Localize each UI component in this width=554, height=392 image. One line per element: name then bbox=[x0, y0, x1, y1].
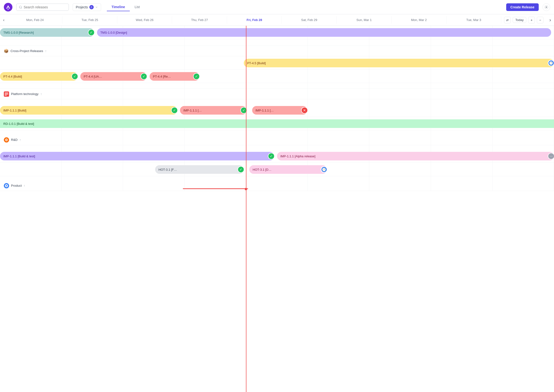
gap-row-4 bbox=[0, 130, 554, 135]
date-cell: Tue, Feb 25 bbox=[62, 16, 117, 24]
bar-label: PT-4.4 [UA… bbox=[84, 75, 102, 78]
bar-label: IMP-1.1.1 [… bbox=[183, 109, 202, 112]
section-platform: Platform technology ↑ bbox=[0, 89, 554, 99]
tab-timeline[interactable]: Timeline bbox=[107, 3, 130, 11]
bar-hot31-f[interactable]: HOT-3.1 [F… ✓ bbox=[155, 165, 244, 174]
projects-label: Projects bbox=[76, 5, 88, 9]
date-cells: Mon, Feb 24Tue, Feb 25Wed, Feb 26Thu, Fe… bbox=[8, 16, 501, 24]
date-cell: Wed, Feb 26 bbox=[117, 16, 172, 24]
bar-label: TMS-1.0.0 [Research] bbox=[3, 31, 34, 34]
bar-pt44-re[interactable]: PT-4.4 [Re… ✓ bbox=[150, 72, 200, 81]
section-rd: R&D ↑ bbox=[0, 135, 554, 145]
gap-row-1 bbox=[0, 39, 554, 46]
section-name: R&D bbox=[11, 138, 17, 141]
status-check-icon: ✓ bbox=[193, 73, 199, 80]
status-check-icon: ✓ bbox=[72, 73, 78, 80]
zoom-in-button[interactable]: + bbox=[528, 17, 535, 23]
bar-label: HOT-3.1 [F… bbox=[158, 168, 177, 171]
gap-row-3 bbox=[0, 99, 554, 104]
today-line bbox=[246, 26, 246, 392]
section-label-product[interactable]: Product ↑ bbox=[4, 183, 25, 188]
bar-label: IMP-1.1.1 [… bbox=[255, 109, 274, 112]
timeline-controls: ⇄ Today + − bbox=[501, 17, 546, 23]
collapse-icon: ↑ bbox=[19, 138, 21, 141]
gear-icon bbox=[544, 5, 548, 9]
bar-imp111-2[interactable]: IMP-1.1.1 [… ✓ bbox=[180, 106, 246, 115]
svg-point-2 bbox=[19, 6, 22, 8]
bar-label: HOT-3.1 [D… bbox=[253, 168, 272, 171]
top-nav: Projects 0 Timeline List Create Release bbox=[0, 0, 554, 14]
nav-tabs: Timeline List bbox=[107, 3, 144, 11]
bar-label: PT-4.4 [Build] bbox=[3, 75, 22, 78]
gantt-row-imp111-build: IMP-1.1.1 [Build] ✓ IMP-1.1.1 [… ✓ IMP-1… bbox=[0, 104, 554, 117]
date-cell: Sun, Mar 1 bbox=[337, 16, 391, 24]
platform-icon bbox=[4, 91, 9, 97]
bar-label: IMP-1.1.1 [Build] bbox=[3, 109, 26, 112]
bar-imp111-3[interactable]: IMP-1.1.1 [… ✕ bbox=[252, 106, 308, 115]
projects-badge: 0 bbox=[89, 5, 94, 9]
shuffle-button[interactable]: ⇄ bbox=[504, 17, 511, 23]
svg-point-1 bbox=[7, 9, 9, 10]
gantt-row-rd101: RD-1.0.1 [Build & test] bbox=[0, 117, 554, 130]
bar-label: RD-1.0.1 [Build & test] bbox=[3, 122, 34, 126]
collapse-icon: ↑ bbox=[40, 92, 42, 96]
bar-pt45-build[interactable]: PT-4.5 [Build] 🕐 bbox=[244, 59, 554, 67]
search-input[interactable] bbox=[24, 5, 62, 9]
product-icon bbox=[4, 183, 9, 188]
bar-tms-research[interactable]: TMS-1.0.0 [Research] ✓ bbox=[0, 28, 94, 37]
status-clock-icon: 🕐 bbox=[321, 166, 327, 173]
date-cell: Mon, Feb 24 bbox=[8, 16, 62, 24]
bar-imp111-bt[interactable]: IMP-1.1.1 [Build & test] ✓ bbox=[0, 152, 274, 161]
bar-label: PT-4.4 [Re… bbox=[153, 75, 171, 78]
bar-label: IMP-1.1.1 [Build & test] bbox=[3, 154, 35, 158]
section-label-platform[interactable]: Platform technology ↑ bbox=[4, 91, 42, 97]
date-cell: Thu, Feb 27 bbox=[172, 16, 227, 24]
status-check-icon: ✓ bbox=[237, 166, 244, 173]
section-label-cross-project[interactable]: 📦 Cross-Project Releases ↑ bbox=[4, 49, 47, 53]
bar-pt44-ua[interactable]: PT-4.4 [UA… ✓ bbox=[80, 72, 147, 81]
today-button[interactable]: Today bbox=[513, 17, 526, 23]
gap-row-2 bbox=[0, 83, 554, 89]
section-label-rd[interactable]: R&D ↑ bbox=[4, 137, 21, 142]
status-check-icon: ✓ bbox=[141, 73, 147, 80]
date-cell: Sat, Feb 29 bbox=[282, 16, 337, 24]
date-header: ‹ Mon, Feb 24Tue, Feb 25Wed, Feb 26Thu, … bbox=[0, 14, 554, 26]
bar-imp111-alpha[interactable]: IMP-1.1.1 [Alpha release] ··· bbox=[277, 152, 554, 161]
prev-date-button[interactable]: ‹ bbox=[0, 16, 8, 24]
svg-point-0 bbox=[4, 3, 12, 11]
gap-row-6 bbox=[0, 176, 554, 181]
gap-row-5 bbox=[0, 145, 554, 149]
today-line-segment bbox=[183, 188, 248, 189]
section-name: Cross-Project Releases bbox=[11, 49, 43, 53]
gantt-row-pt45: PT-4.5 [Build] 🕐 bbox=[0, 56, 554, 70]
status-check-icon: ✓ bbox=[88, 29, 94, 36]
status-dots-icon: ··· bbox=[548, 153, 554, 160]
bar-hot31-d[interactable]: HOT-3.1 [D… 🕐 bbox=[249, 165, 327, 174]
bar-tms-design[interactable]: TMS-1.0.0 [Design] bbox=[97, 28, 551, 37]
bar-label: IMP-1.1.1 [Alpha release] bbox=[280, 154, 316, 158]
svg-point-10 bbox=[6, 139, 7, 140]
bar-imp111-build[interactable]: IMP-1.1.1 [Build] ✓ bbox=[0, 106, 177, 115]
svg-rect-7 bbox=[5, 95, 7, 95]
bar-rd101[interactable]: RD-1.0.1 [Build & test] bbox=[0, 119, 554, 128]
date-cell: Fri, Feb 28 bbox=[227, 16, 282, 24]
section-cross-project: 📦 Cross-Project Releases ↑ bbox=[0, 46, 554, 56]
status-check-icon: ✓ bbox=[171, 107, 177, 114]
next-date-button[interactable]: › bbox=[546, 16, 554, 24]
gantt-row-tms: TMS-1.0.0 [Research] ✓ TMS-1.0.0 [Design… bbox=[0, 26, 554, 39]
zoom-out-button[interactable]: − bbox=[537, 17, 543, 23]
settings-button[interactable] bbox=[543, 3, 550, 11]
section-product: Product ↑ bbox=[0, 181, 554, 191]
bar-pt44-build[interactable]: PT-4.4 [Build] ✓ bbox=[0, 72, 78, 81]
search-icon bbox=[19, 6, 22, 9]
projects-button[interactable]: Projects 0 bbox=[73, 3, 101, 11]
date-cell: Mon, Mar 2 bbox=[391, 16, 446, 24]
rd-icon bbox=[4, 137, 9, 142]
status-x-icon: ✕ bbox=[301, 107, 307, 114]
tab-list[interactable]: List bbox=[130, 3, 144, 11]
timeline-body: TMS-1.0.0 [Research] ✓ TMS-1.0.0 [Design… bbox=[0, 26, 554, 392]
status-check-icon: ✓ bbox=[240, 107, 247, 114]
create-release-button[interactable]: Create Release bbox=[506, 3, 539, 11]
search-box[interactable] bbox=[16, 4, 69, 11]
collapse-icon: ↑ bbox=[24, 184, 25, 187]
